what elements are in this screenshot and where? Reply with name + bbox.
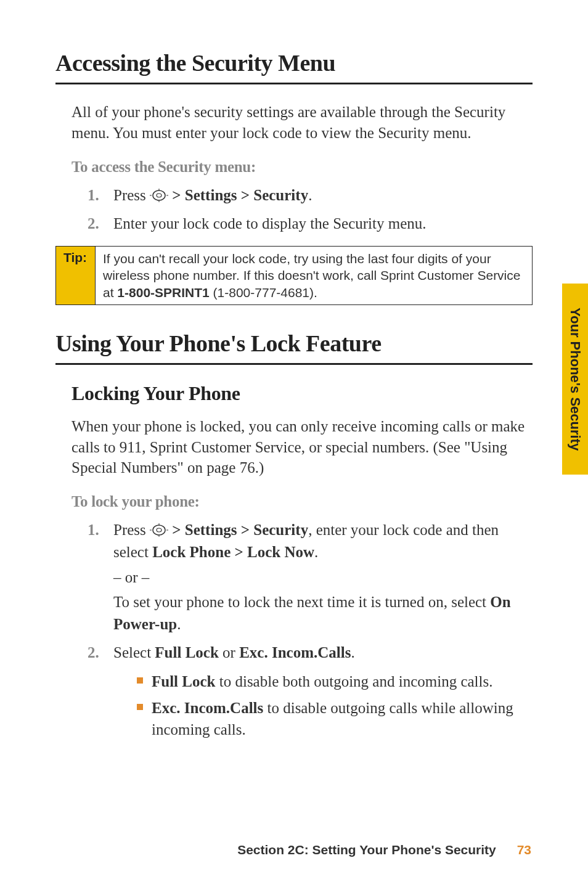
access-step-1: 1. Press > Settings > Security. — [88, 184, 533, 206]
option-full-lock: Full Lock to disable both outgoing and i… — [137, 671, 533, 692]
lock-step-2: 2. Select Full Lock or Exc. Incom.Calls.… — [88, 642, 533, 745]
option-exc-incom: Exc. Incom.Calls to disable outgoing cal… — [137, 697, 533, 740]
step-bold: > Settings > Security — [168, 521, 308, 538]
or-separator: – or – — [113, 566, 533, 589]
bullet-text: to disable both outgoing and incoming ca… — [216, 673, 493, 690]
step-bold: Full Lock — [155, 644, 219, 661]
nav-key-icon — [150, 188, 168, 203]
tip-body: If you can't recall your lock code, try … — [96, 247, 532, 304]
subsection-locking-phone: Locking Your Phone — [71, 382, 533, 405]
step-text: Select — [113, 644, 155, 661]
step-text: . — [308, 187, 312, 203]
step-bold: Lock Phone > Lock Now — [152, 544, 314, 560]
side-tab-label: Your Phone's Security — [567, 308, 583, 451]
footer-section: Section 2C: Setting Your Phone's Securit… — [237, 843, 496, 857]
page-footer: Section 2C: Setting Your Phone's Securit… — [237, 843, 531, 857]
bullet-square-icon — [137, 677, 143, 684]
step-text: Press — [113, 521, 150, 538]
bullet-bold: Full Lock — [152, 673, 216, 690]
intro-text-2: When your phone is locked, you can only … — [71, 416, 533, 478]
step-bold: Exc. Incom.Calls — [239, 644, 351, 661]
step-text: . — [177, 616, 181, 632]
step-number: 1. — [88, 184, 113, 206]
step-text: Enter your lock code to display the Secu… — [113, 213, 533, 235]
tip-label: Tip: — [56, 247, 96, 304]
svg-point-1 — [157, 194, 161, 197]
svg-point-6 — [153, 525, 165, 535]
step-number: 2. — [88, 642, 113, 664]
intro-text-1: All of your phone's security settings ar… — [71, 102, 533, 144]
step-text: . — [351, 644, 354, 661]
section-heading-using-lock: Using Your Phone's Lock Feature — [55, 330, 533, 365]
svg-point-7 — [157, 528, 161, 532]
step-text: To set your phone to lock the next time … — [113, 594, 490, 610]
bullet-bold: Exc. Incom.Calls — [152, 700, 263, 716]
svg-point-0 — [153, 190, 165, 200]
step-number: 1. — [88, 519, 113, 541]
page-number: 73 — [517, 843, 531, 857]
access-step-2: 2. Enter your lock code to display the S… — [88, 213, 533, 235]
to-lock-subhead: To lock your phone: — [71, 493, 533, 510]
step-bold: > Settings > Security — [168, 187, 308, 203]
step-text: . — [314, 544, 318, 560]
nav-key-icon — [150, 523, 168, 537]
tip-phone-bold: 1-800-SPRINT1 — [117, 285, 209, 300]
section-heading-accessing: Accessing the Security Menu — [55, 49, 533, 84]
bullet-square-icon — [137, 704, 143, 710]
step-text: or — [219, 644, 239, 661]
lock-step-1: 1. Press > Settings > Security, enter yo… — [88, 519, 533, 635]
tip-callout: Tip: If you can't recall your lock code,… — [55, 246, 533, 305]
section-side-tab: Your Phone's Security — [562, 284, 588, 475]
to-access-subhead: To access the Security menu: — [71, 158, 533, 176]
tip-text-segment: (1-800-777-4681). — [210, 285, 317, 300]
step-number: 2. — [88, 213, 113, 235]
step-text: Press — [113, 187, 150, 203]
